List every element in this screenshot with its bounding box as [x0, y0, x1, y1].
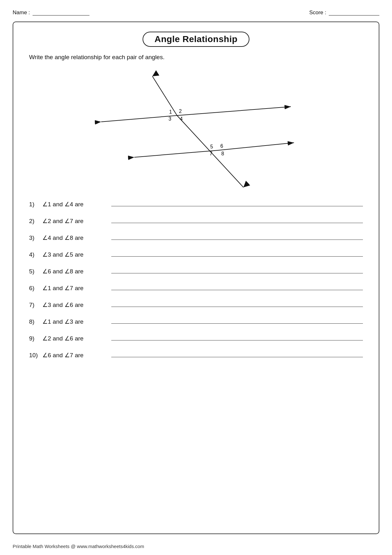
question-row: 10)∠6 and ∠7 are	[29, 351, 363, 359]
question-row: 9)∠2 and ∠6 are	[29, 334, 363, 342]
label-7: 7	[210, 151, 212, 156]
header: Name : Score :	[13, 9, 379, 16]
angle-diagram: 1 2 3 4 5 6 7 8	[85, 65, 307, 189]
question-text: ∠2 and ∠7 are	[42, 217, 109, 225]
score-line	[329, 10, 379, 16]
question-row: 6)∠1 and ∠7 are	[29, 284, 363, 292]
answer-line	[111, 234, 363, 240]
label-3: 3	[168, 116, 171, 122]
diagram-area: 1 2 3 4 5 6 7 8	[29, 64, 363, 190]
name-line	[33, 10, 89, 16]
page-title: Angle Relationship	[143, 32, 250, 47]
question-number: 6)	[29, 285, 42, 292]
name-field: Name :	[13, 9, 89, 16]
question-text: ∠1 and ∠7 are	[42, 284, 109, 292]
question-number: 1)	[29, 201, 42, 208]
question-row: 3)∠4 and ∠8 are	[29, 234, 363, 241]
title-wrapper: Angle Relationship	[29, 32, 363, 47]
question-row: 2)∠2 and ∠7 are	[29, 217, 363, 225]
answer-line	[111, 250, 363, 257]
score-field: Score :	[309, 9, 379, 16]
label-1: 1	[169, 109, 172, 115]
question-number: 2)	[29, 218, 42, 225]
question-text: ∠6 and ∠7 are	[42, 352, 109, 359]
lower-line-right	[218, 143, 294, 150]
footer: Printable Math Worksheets @ www.mathwork…	[13, 544, 379, 549]
question-row: 4)∠3 and ∠5 are	[29, 250, 363, 258]
label-8: 8	[221, 151, 224, 156]
label-5: 5	[210, 144, 213, 149]
question-text: ∠3 and ∠5 are	[42, 251, 109, 258]
upper-line-left	[101, 115, 177, 122]
question-text: ∠2 and ∠6 are	[42, 335, 109, 342]
answer-line	[111, 217, 363, 223]
lower-line-left	[134, 150, 218, 157]
question-number: 5)	[29, 268, 42, 275]
question-row: 7)∠3 and ∠6 are	[29, 301, 363, 309]
label-2: 2	[179, 109, 182, 114]
answer-line	[111, 301, 363, 307]
main-box: Angle Relationship Write the angle relat…	[13, 22, 379, 534]
question-text: ∠6 and ∠8 are	[42, 268, 109, 275]
question-row: 1)∠1 and ∠4 are	[29, 200, 363, 208]
answer-line	[111, 200, 363, 206]
instruction: Write the angle relationship for each pa…	[29, 54, 363, 61]
answer-line	[111, 317, 363, 324]
question-number: 3)	[29, 234, 42, 241]
answer-line	[111, 351, 363, 357]
label-6: 6	[220, 143, 223, 149]
transversal-upper	[152, 76, 177, 115]
question-row: 5)∠6 and ∠8 are	[29, 267, 363, 275]
label-4: 4	[180, 116, 183, 122]
question-number: 7)	[29, 302, 42, 309]
answer-line	[111, 284, 363, 290]
question-row: 8)∠1 and ∠3 are	[29, 317, 363, 325]
score-label: Score :	[309, 9, 326, 16]
question-number: 9)	[29, 335, 42, 342]
question-text: ∠1 and ∠4 are	[42, 201, 109, 208]
question-number: 4)	[29, 251, 42, 258]
questions-section: 1)∠1 and ∠4 are2)∠2 and ∠7 are3)∠4 and ∠…	[29, 200, 363, 359]
question-text: ∠1 and ∠3 are	[42, 318, 109, 325]
question-number: 10)	[29, 352, 42, 359]
upper-line-right	[177, 107, 291, 115]
question-text: ∠4 and ∠8 are	[42, 234, 109, 241]
answer-line	[111, 334, 363, 340]
answer-line	[111, 267, 363, 273]
name-label: Name :	[13, 9, 30, 16]
question-text: ∠3 and ∠6 are	[42, 301, 109, 309]
question-number: 8)	[29, 318, 42, 325]
